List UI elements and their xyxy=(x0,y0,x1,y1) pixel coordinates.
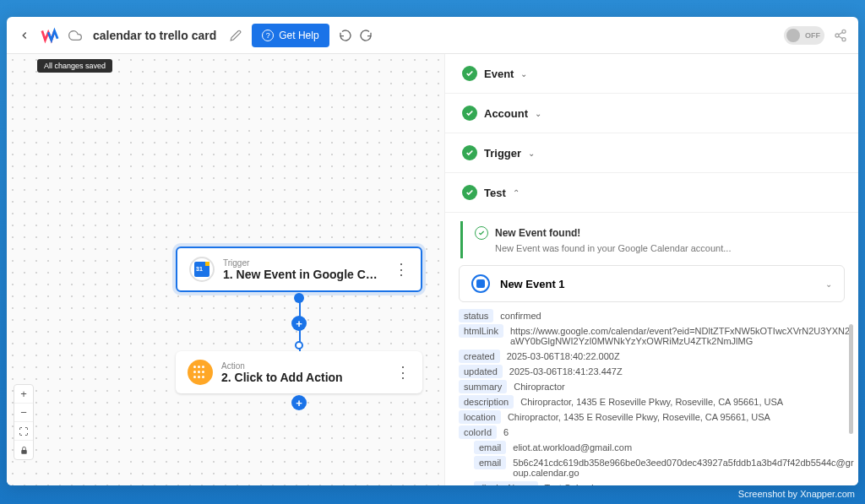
data-value: Test Calendar xyxy=(545,481,855,485)
saved-tooltip: All changes saved xyxy=(37,59,112,73)
result-selector[interactable]: New Event 1 ⌄ xyxy=(459,265,845,302)
chevron-down-icon: ⌄ xyxy=(825,279,832,289)
header: calendar to trello card ?Get Help OFF xyxy=(7,17,858,54)
data-value: Chiropractor xyxy=(514,380,855,393)
google-calendar-icon xyxy=(189,257,215,282)
section-title: Event xyxy=(484,68,514,80)
workload-logo xyxy=(41,26,59,45)
check-icon xyxy=(462,106,477,121)
chevron-down-icon: ⌄ xyxy=(520,69,527,79)
data-value: Chiropractor, 1435 E Roseville Pkwy, Ros… xyxy=(508,410,855,424)
connector-port-out[interactable] xyxy=(294,293,304,303)
section-title: Account xyxy=(484,107,528,120)
node-title: 1. New Event in Google C… xyxy=(223,268,385,281)
data-row: displayNameTest Calendar xyxy=(459,481,855,485)
data-value: confirmed xyxy=(500,309,855,322)
data-value: Chiropractor, 1435 E Roseville Pkwy, Ros… xyxy=(520,395,855,409)
chevron-down-icon: ⌄ xyxy=(528,149,535,158)
node-title: 2. Click to Add Action xyxy=(221,371,387,384)
help-icon: ? xyxy=(262,30,274,41)
data-value: 2025-03-06T18:41:23.447Z xyxy=(509,365,855,378)
data-row: summaryChiropractor xyxy=(459,380,855,393)
data-key: htmlLink xyxy=(459,324,503,338)
data-key: updated xyxy=(459,365,503,378)
add-step-button[interactable]: + xyxy=(291,316,307,331)
data-value: https://www.google.com/calendar/event?ei… xyxy=(510,324,855,348)
check-icon xyxy=(462,145,477,160)
svg-line-4 xyxy=(839,32,843,35)
node-menu-button[interactable]: ⋮ xyxy=(394,264,409,274)
data-value: 5b6c241cdc619db358e966be0e3eed070dec4392… xyxy=(513,456,855,480)
flow-enabled-toggle[interactable]: OFF xyxy=(784,26,824,45)
chevron-down-icon: ⌄ xyxy=(535,109,541,118)
check-icon xyxy=(462,66,477,81)
data-key: summary xyxy=(459,380,507,393)
zoom-out-button[interactable]: − xyxy=(14,404,33,422)
section-trigger[interactable]: Trigger ⌄ xyxy=(445,133,858,173)
svg-line-3 xyxy=(839,36,843,39)
node-kicker: Trigger xyxy=(223,258,385,268)
section-title: Trigger xyxy=(484,147,521,160)
chevron-up-icon: ⌃ xyxy=(513,188,520,198)
found-subtitle: New Event was found in your Google Calen… xyxy=(495,243,831,253)
zoom-in-button[interactable]: + xyxy=(14,385,33,404)
data-row: statusconfirmed xyxy=(459,309,855,322)
lock-button[interactable] xyxy=(14,441,33,459)
action-placeholder-icon xyxy=(188,360,213,385)
canvas-tools: + − xyxy=(14,384,34,460)
flow-name[interactable]: calendar to trello card xyxy=(93,29,216,42)
section-title: Test xyxy=(484,187,506,199)
result-title: New Event 1 xyxy=(500,278,565,290)
get-help-label: Get Help xyxy=(279,30,318,41)
trigger-node[interactable]: Trigger 1. New Event in Google C… ⋮ xyxy=(176,247,422,292)
data-row: htmlLinkhttps://www.google.com/calendar/… xyxy=(459,324,855,348)
data-value: 2025-03-06T18:40:22.000Z xyxy=(507,350,855,363)
data-key: created xyxy=(459,350,500,363)
data-row: emaileliot.at.workload@gmail.com xyxy=(459,441,855,454)
edit-name-button[interactable] xyxy=(226,26,245,45)
share-button[interactable] xyxy=(831,26,850,45)
data-row: email5b6c241cdc619db358e966be0e3eed070de… xyxy=(459,456,855,480)
data-key: status xyxy=(459,309,493,322)
event-data-viewer[interactable]: statusconfirmedhtmlLinkhttps://www.googl… xyxy=(459,309,858,485)
data-key: email xyxy=(474,456,506,469)
watermark: Screenshot by Xnapper.com xyxy=(738,489,855,499)
data-row: colorId6 xyxy=(459,425,855,439)
data-row: descriptionChiropractor, 1435 E Rosevill… xyxy=(459,395,855,409)
cloud-icon xyxy=(66,26,84,45)
undo-button[interactable] xyxy=(336,26,355,45)
test-result-banner: New Event found! New Event was found in … xyxy=(460,221,843,258)
get-help-button[interactable]: ?Get Help xyxy=(252,24,329,47)
result-icon xyxy=(471,274,490,293)
node-menu-button[interactable]: ⋮ xyxy=(395,367,411,377)
data-key: description xyxy=(459,395,514,409)
section-account[interactable]: Account ⌄ xyxy=(445,94,858,133)
data-row: created2025-03-06T18:40:22.000Z xyxy=(459,350,855,363)
add-step-button-end[interactable]: + xyxy=(291,395,307,410)
data-key: displayName xyxy=(474,481,538,485)
back-button[interactable] xyxy=(15,26,34,45)
data-key: colorId xyxy=(459,425,497,439)
data-value: eliot.at.workload@gmail.com xyxy=(513,441,855,454)
fit-screen-button[interactable] xyxy=(14,422,33,441)
section-event[interactable]: Event ⌄ xyxy=(445,54,858,94)
scrollbar-thumb[interactable] xyxy=(849,324,853,434)
found-title: New Event found! xyxy=(495,227,580,239)
svg-point-1 xyxy=(835,34,839,37)
data-row: updated2025-03-06T18:41:23.447Z xyxy=(459,365,855,378)
svg-point-2 xyxy=(842,37,846,41)
toggle-label: OFF xyxy=(805,31,820,40)
node-kicker: Action xyxy=(221,361,387,371)
data-value: 6 xyxy=(503,425,855,439)
section-test[interactable]: Test ⌃ xyxy=(445,173,858,213)
check-icon xyxy=(462,185,477,200)
flow-canvas[interactable]: All changes saved Trigger 1. New Event i… xyxy=(7,54,444,485)
config-panel: Event ⌄ Account ⌄ Trigger ⌄ Test ⌃ xyxy=(444,54,858,485)
success-icon xyxy=(475,226,488,240)
connector-port-in[interactable] xyxy=(295,341,303,350)
svg-rect-5 xyxy=(21,450,26,454)
redo-button[interactable] xyxy=(356,26,375,45)
data-key: email xyxy=(474,441,506,454)
data-key: location xyxy=(459,410,501,424)
action-node[interactable]: Action 2. Click to Add Action ⋮ xyxy=(176,351,422,393)
